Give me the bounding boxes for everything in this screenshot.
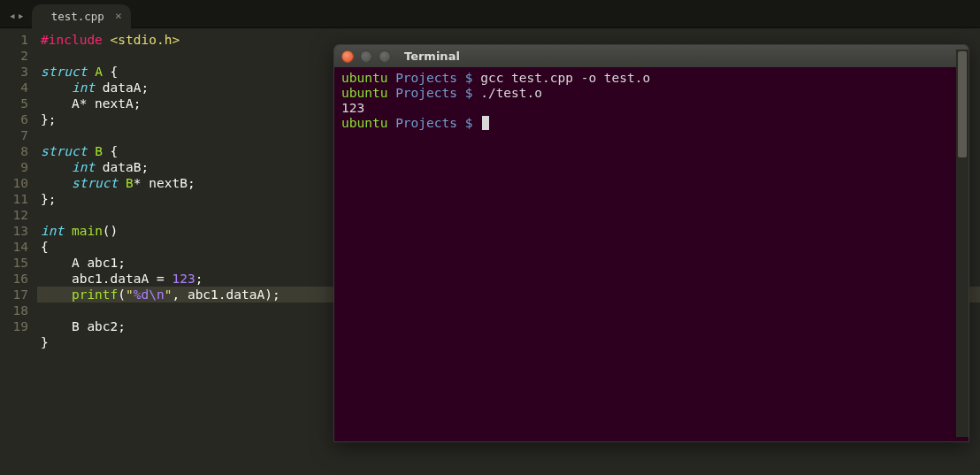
line-number: 18 xyxy=(0,303,28,318)
line-number: 11 xyxy=(0,191,28,207)
code-line[interactable]: #include <stdio.h> xyxy=(41,33,180,47)
tab-nav-left-icon[interactable]: ◂ xyxy=(9,9,16,22)
tab-nav-arrows: ◂ ▸ xyxy=(5,9,32,27)
code-line[interactable]: }; xyxy=(41,112,56,126)
code-line[interactable]: } xyxy=(41,335,49,349)
code-line[interactable]: int dataB; xyxy=(41,160,149,174)
tab-label: test.cpp xyxy=(51,10,104,23)
tab-active[interactable]: test.cpp × xyxy=(32,4,131,28)
line-number: 5 xyxy=(0,96,28,111)
code-line[interactable]: struct A { xyxy=(41,65,118,79)
code-line[interactable]: { xyxy=(41,240,49,254)
code-line[interactable]: struct B* nextB; xyxy=(41,176,195,190)
tab-bar: ◂ ▸ test.cpp × xyxy=(0,0,980,28)
line-number: 10 xyxy=(0,175,28,191)
terminal-body[interactable]: ubuntu Projects $ gcc test.cpp -o test.o… xyxy=(334,67,969,134)
code-line[interactable]: struct B { xyxy=(41,144,118,158)
line-number: 14 xyxy=(0,239,28,255)
app-root: ◂ ▸ test.cpp × 1234567891011121314151617… xyxy=(0,0,980,475)
terminal-title: Terminal xyxy=(404,50,460,63)
line-number: 2 xyxy=(0,48,28,64)
code-line[interactable]: A* nextA; xyxy=(41,96,142,111)
line-number: 15 xyxy=(0,255,28,271)
line-gutter: 12345678910111213141516171819 xyxy=(0,28,37,475)
line-number: 9 xyxy=(0,159,28,175)
code-line[interactable]: A abc1; xyxy=(41,256,126,270)
code-line[interactable]: }; xyxy=(41,192,56,206)
code-line[interactable]: B abc2; xyxy=(41,319,126,333)
line-number: 17 xyxy=(0,287,28,303)
line-number: 16 xyxy=(0,271,28,287)
line-number: 7 xyxy=(0,127,28,143)
window-maximize-icon[interactable] xyxy=(379,50,391,63)
line-number: 13 xyxy=(0,223,28,239)
scrollbar-thumb[interactable] xyxy=(958,51,967,157)
terminal-titlebar[interactable]: Terminal xyxy=(334,45,969,67)
code-line[interactable]: abc1.dataA = 123; xyxy=(41,272,203,286)
terminal-scrollbar[interactable] xyxy=(956,50,969,437)
code-line[interactable]: int main() xyxy=(41,224,118,238)
window-close-icon[interactable] xyxy=(341,50,354,63)
line-number: 8 xyxy=(0,143,28,159)
terminal-prompt-line: ubuntu Projects $ gcc test.cpp -o test.o xyxy=(341,71,961,86)
terminal-prompt-line: ubuntu Projects $ xyxy=(341,116,961,131)
line-number: 4 xyxy=(0,80,28,96)
tab-nav-right-icon[interactable]: ▸ xyxy=(18,9,25,22)
tab-close-icon[interactable]: × xyxy=(115,10,122,21)
terminal-window[interactable]: Terminal ubuntu Projects $ gcc test.cpp … xyxy=(333,44,969,442)
line-number: 3 xyxy=(0,64,28,80)
window-minimize-icon[interactable] xyxy=(360,50,372,63)
code-line[interactable]: int dataA; xyxy=(41,80,149,95)
terminal-output-line: 123 xyxy=(341,101,961,116)
terminal-cursor xyxy=(482,116,489,130)
terminal-prompt-line: ubuntu Projects $ ./test.o xyxy=(341,86,961,101)
line-number: 12 xyxy=(0,207,28,223)
line-number: 1 xyxy=(0,32,28,48)
line-number: 19 xyxy=(0,318,28,334)
line-number: 6 xyxy=(0,111,28,127)
